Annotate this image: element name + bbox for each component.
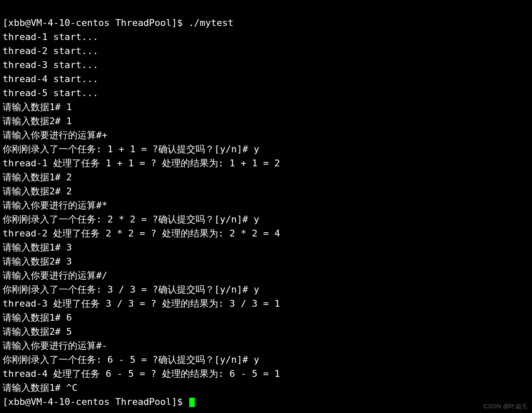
output-line: 请输入你要进行的运算#-: [3, 340, 108, 351]
cursor-block: [189, 398, 195, 407]
output-line: thread-1 start...: [3, 31, 98, 42]
output-line: 你刚刚录入了一个任务: 6 - 5 = ?确认提交吗？[y/n]# y: [3, 354, 259, 365]
output-line: 请输入你要进行的运算#/: [3, 270, 108, 281]
output-line: 请输入数据2# 5: [3, 326, 72, 337]
output-line: 请输入数据1# 6: [3, 312, 72, 323]
output-line: 你刚刚录入了一个任务: 2 * 2 = ?确认提交吗？[y/n]# y: [3, 214, 259, 225]
output-line: 请输入数据2# 1: [3, 116, 72, 126]
shell-prompt[interactable]: [xbb@VM-4-10-centos ThreadPool]$: [3, 396, 188, 407]
output-line: 请输入数据1# 2: [3, 172, 72, 182]
output-line: 请输入数据2# 2: [3, 186, 72, 197]
output-line: thread-4 start...: [3, 74, 98, 84]
output-line: thread-3 处理了任务 3 / 3 = ? 处理的结果为: 3 / 3 =…: [3, 298, 280, 309]
output-line: thread-5 start...: [3, 88, 98, 98]
output-line: thread-2 start...: [3, 46, 98, 56]
output-line: thread-1 处理了任务 1 + 1 = ? 处理的结果为: 1 + 1 =…: [3, 158, 280, 168]
output-line: thread-2 处理了任务 2 * 2 = ? 处理的结果为: 2 * 2 =…: [3, 228, 280, 239]
output-line: 请输入数据2# 3: [3, 256, 72, 267]
output-line: [xbb@VM-4-10-centos ThreadPool]$ ./mytes…: [3, 17, 233, 28]
output-line: 请输入数据1# ^C: [3, 382, 77, 393]
output-line: 请输入数据1# 3: [3, 242, 72, 253]
output-line: 你刚刚录入了一个任务: 1 + 1 = ?确认提交吗？[y/n]# y: [3, 144, 259, 154]
terminal[interactable]: [xbb@VM-4-10-centos ThreadPool]$ ./mytes…: [0, 0, 532, 410]
output-line: thread-4 处理了任务 6 - 5 = ? 处理的结果为: 6 - 5 =…: [3, 368, 280, 379]
output-line: 你刚刚录入了一个任务: 3 / 3 = ?确认提交吗？[y/n]# y: [3, 284, 259, 295]
output-line: 请输入你要进行的运算#*: [3, 200, 108, 211]
output-line: 请输入数据1# 1: [3, 102, 72, 112]
output-line: thread-3 start...: [3, 60, 98, 70]
output-line: 请输入你要进行的运算#+: [3, 130, 108, 140]
